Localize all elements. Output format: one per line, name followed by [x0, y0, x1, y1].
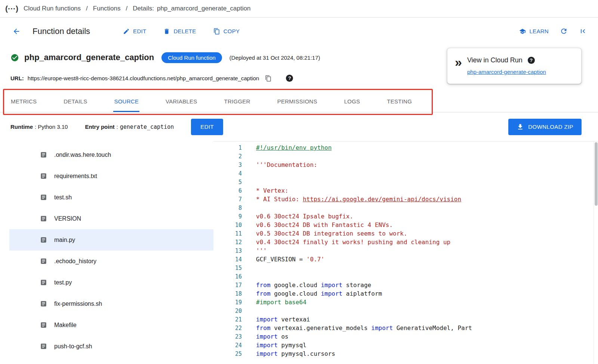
tab-variables[interactable]: VARIABLES	[165, 91, 198, 112]
file-name: main.py	[54, 237, 75, 243]
code-text: v0.6 30oct24 Ipsale bugfix.	[256, 213, 353, 220]
code-line: 11v0.5 30oct24 DB integration seems to w…	[213, 229, 598, 238]
cloud-run-service-link[interactable]: php-amarcord-generate-caption	[467, 69, 546, 75]
file-item-.echodo_history[interactable]: .echodo_history	[9, 251, 213, 272]
code-text: import vertexai	[256, 316, 310, 323]
copy-icon	[265, 75, 272, 82]
line-number: 5	[213, 179, 242, 186]
code-text: v0.6 30oct24 DB with Fantastic 4 ENVs.	[256, 221, 393, 228]
learn-icon	[519, 28, 526, 35]
tab-source[interactable]: SOURCE	[113, 91, 139, 112]
code-text: '''	[256, 247, 267, 254]
code-line: 12v0.4 30oct24 finally it works! pushing…	[213, 238, 598, 246]
line-number: 4	[213, 170, 242, 177]
file-name: test.py	[54, 279, 72, 286]
url-label: URL:	[10, 75, 24, 81]
code-text: #import base64	[256, 299, 306, 306]
runtime-label: Runtime	[10, 124, 33, 130]
function-type-badge: Cloud Run function	[161, 52, 222, 63]
line-number: 14	[213, 256, 242, 263]
file-item-.ondir.was.here.touch[interactable]: .ondir.was.here.touch	[9, 144, 213, 165]
breadcrumb-separator: /	[86, 5, 88, 12]
top-bar: (···) Cloud Run functions / Functions / …	[0, 0, 598, 18]
file-name: .echodo_history	[54, 258, 96, 265]
file-name: test.sh	[54, 194, 72, 201]
page-title: Function details	[33, 27, 90, 36]
collapse-panel-button[interactable]	[579, 27, 587, 35]
breadcrumb-functions[interactable]: Functions	[93, 5, 121, 12]
tab-logs[interactable]: LOGS	[343, 91, 361, 112]
file-document-icon	[40, 321, 47, 329]
file-document-icon	[40, 172, 47, 180]
cloud-run-icon: »	[455, 56, 460, 75]
entry-point-label: Entry point	[85, 124, 114, 130]
code-line: 8	[213, 203, 598, 212]
file-name: fix-permissions.sh	[54, 301, 102, 307]
code-line: 5	[213, 178, 598, 186]
copy-url-button[interactable]	[265, 75, 272, 82]
deployed-timestamp: (Deployed at 31 Oct 2024, 08:21:17)	[229, 55, 320, 61]
delete-button[interactable]: DELETE	[163, 28, 196, 35]
file-item-fix-permissions.sh[interactable]: fix-permissions.sh	[9, 293, 213, 314]
copy-button[interactable]: COPY	[213, 28, 240, 35]
file-item-VERSION[interactable]: VERSION	[9, 208, 213, 229]
line-number: 11	[213, 230, 242, 237]
code-line: 16	[213, 272, 598, 281]
header: Function details EDIT DELETE COPY LEARN	[0, 18, 598, 45]
cloud-run-help-icon[interactable]: ?	[528, 57, 535, 64]
file-item-test.sh[interactable]: test.sh	[9, 187, 213, 208]
edit-source-button[interactable]: EDIT	[191, 119, 223, 135]
file-item-test.py[interactable]: test.py	[9, 272, 213, 293]
breadcrumb-separator: /	[126, 5, 128, 12]
learn-button[interactable]: LEARN	[519, 28, 549, 35]
download-icon	[517, 123, 524, 131]
tab-trigger[interactable]: TRIGGER	[224, 91, 251, 112]
edit-button[interactable]: EDIT	[123, 28, 146, 35]
file-item-Makefile[interactable]: Makefile	[9, 314, 213, 336]
code-line: 10v0.6 30oct24 DB with Fantastic 4 ENVs.	[213, 221, 598, 229]
breadcrumb-function-name: php_amarcord_generate_caption	[157, 5, 250, 12]
code-text: import pymysql.cursors	[256, 350, 335, 357]
code-text: v0.5 30oct24 DB integration seems to wor…	[256, 230, 407, 237]
view-in-cloud-run-card: » View in Cloud Run ? php-amarcord-gener…	[447, 48, 582, 84]
file-item-main.py[interactable]: main.py	[9, 229, 213, 251]
tab-metrics[interactable]: METRICS	[10, 91, 37, 112]
code-editor[interactable]: 1#!/usr/bin/env python23'''Documentation…	[213, 141, 598, 364]
line-number: 21	[213, 316, 242, 323]
edit-button-label: EDIT	[133, 28, 146, 34]
url-help-icon[interactable]: ?	[286, 75, 293, 82]
line-number: 9	[213, 213, 242, 220]
refresh-button[interactable]	[560, 27, 568, 35]
tab-testing[interactable]: TESTING	[386, 91, 413, 112]
code-text: '''Documentation:	[256, 161, 317, 168]
cloud-run-card-body: View in Cloud Run ? php-amarcord-generat…	[467, 56, 546, 75]
line-number: 25	[213, 351, 242, 357]
code-text: from google.cloud import storage	[256, 281, 371, 289]
file-item-requirements.txt[interactable]: requirements.txt	[9, 165, 213, 187]
code-line: 3'''Documentation:	[213, 161, 598, 169]
tab-details[interactable]: DETAILS	[63, 91, 88, 112]
scrollbar-thumb[interactable]	[595, 142, 598, 206]
code-line: 20	[213, 307, 598, 315]
line-number: 22	[213, 325, 242, 332]
code-text: from google.cloud import aiplatform	[256, 290, 382, 297]
tab-bar: METRICSDETAILSSOURCEVARIABLESTRIGGERPERM…	[0, 91, 598, 112]
line-number: 10	[213, 222, 242, 228]
editor-scrollbar[interactable]	[594, 141, 598, 364]
back-button[interactable]	[12, 27, 21, 35]
code-line: 23import os	[213, 332, 598, 341]
code-line: 19#import base64	[213, 298, 598, 307]
download-zip-button[interactable]: DOWNLOAD ZIP	[508, 119, 582, 135]
file-name: VERSION	[54, 215, 81, 222]
breadcrumb-app[interactable]: Cloud Run functions	[24, 5, 81, 12]
line-number: 13	[213, 248, 242, 254]
code-line: 18from google.cloud import aiplatform	[213, 289, 598, 298]
code-line: 21import vertexai	[213, 315, 598, 324]
file-document-icon	[40, 236, 47, 243]
file-item-push-to-gcf.sh[interactable]: push-to-gcf.sh	[9, 336, 213, 357]
tab-permissions[interactable]: PERMISSIONS	[277, 91, 318, 112]
code-line: 4	[213, 169, 598, 178]
file-name: requirements.txt	[54, 173, 97, 180]
entry-point-separator: :	[117, 124, 118, 130]
line-number: 16	[213, 273, 242, 280]
